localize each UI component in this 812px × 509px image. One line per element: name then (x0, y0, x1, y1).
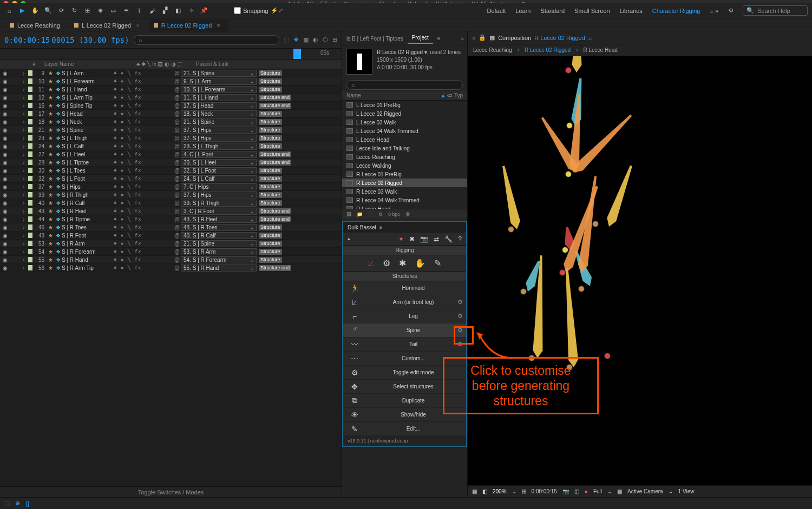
zoom-dropdown[interactable]: 200% (493, 488, 507, 494)
project-search[interactable]: ⌕ (346, 80, 463, 90)
mask-icon[interactable]: ▦ (472, 488, 477, 494)
timecode[interactable]: 0:00:00:15 00015 (30.00 fps) (4, 36, 129, 44)
layer-row[interactable]: ◉›37★❖S | Hips♣ ✱ ╲ fx@7. C | HipsStruct… (0, 183, 342, 191)
tl-graph-icon[interactable]: ⬡ (323, 36, 328, 43)
tab-lecce-reaching[interactable]: Lecce Reaching (5, 19, 68, 31)
bone[interactable] (604, 163, 637, 228)
puppet-tool-icon[interactable]: 📌 (199, 6, 209, 16)
duik-camera-icon[interactable]: 📷 (420, 235, 428, 243)
duik-misc-icon[interactable]: ✎ (434, 258, 441, 268)
ws-active[interactable]: Character Rigging (652, 8, 700, 14)
snapping-toggle[interactable]: Snapping⚡⤢ (234, 7, 283, 14)
ws-more-icon[interactable]: ≡ » (710, 8, 718, 14)
layer-row[interactable]: ◉›46★❖S | R Toes♣ ✱ ╲ fx@48. S | R ToesS… (0, 223, 342, 232)
layer-row[interactable]: ◉›40★❖S | R Calf♣ ✱ ╲ fx@39. S | R Thigh… (0, 199, 342, 207)
layer-row[interactable]: ◉›30★❖S | L Toes♣ ✱ ╲ fx@32. S | L FootS… (0, 167, 342, 175)
project-item[interactable]: Lecce Walking (342, 161, 467, 170)
duik-rigging-icon[interactable]: ✦ (398, 235, 404, 243)
project-item[interactable]: Lecce Idle and Talking (342, 144, 467, 153)
gear-icon[interactable]: ⚙ (457, 299, 463, 306)
joint[interactable] (578, 286, 585, 292)
panel-tab-controls[interactable]: ls B | Left Foot | Tiptoes (342, 34, 408, 44)
ws-libraries[interactable]: Libraries (620, 8, 643, 14)
status-icon3[interactable]: {} (25, 500, 29, 507)
bone[interactable] (571, 56, 584, 72)
bone[interactable] (497, 164, 522, 230)
view-options-icon[interactable]: ▦ (617, 488, 622, 494)
layer-row[interactable]: ◉›11★❖S | L Hand♣ ✱ ╲ fx@10. S | L Forea… (0, 85, 342, 94)
layer-row[interactable]: ◉›28★❖S | L Tiptoe♣ ✱ ╲ fx@30. S | L Hee… (0, 158, 342, 167)
layer-row[interactable]: ◉›17★❖S | Head♣ ✱ ╲ fx@18. S | NeckStruc… (0, 110, 342, 118)
project-item[interactable]: R Lecce 04 Walk Trimmed (342, 196, 467, 204)
alpha-icon[interactable]: ◧ (482, 488, 487, 494)
status-icon[interactable]: ⬚ (4, 500, 10, 507)
view-count-dropdown[interactable]: 1 View (678, 488, 695, 494)
layer-row[interactable]: ◉›48★❖S | R Foot♣ ✱ ╲ fx@40. S | R CalfS… (0, 232, 342, 240)
project-item[interactable]: R Lecce 02 Rigged (342, 179, 467, 187)
joint[interactable] (566, 122, 573, 129)
zoom-tool-icon[interactable]: 🔍 (43, 6, 53, 16)
bc-item-active[interactable]: R Lecce 02 Rigged (525, 47, 571, 53)
layer-row[interactable]: ◉›18★❖S | Neck♣ ✱ ╲ fx@21. S | SpineStru… (0, 118, 342, 126)
joint[interactable] (565, 67, 572, 74)
ws-reset-icon[interactable]: ⟲ (728, 7, 733, 14)
rotate-tool-icon[interactable]: ↻ (69, 6, 79, 16)
project-settings-icon[interactable]: ⚙ (378, 211, 383, 217)
joint[interactable] (520, 288, 527, 295)
duik-item-leg[interactable]: ⌐Leg⚙ (343, 309, 466, 323)
region-icon[interactable]: ◫ (574, 488, 579, 494)
layer-row[interactable]: ◉›27★❖S | L Heel♣ ✱ ╲ fx@4. C | L FootSt… (0, 150, 342, 158)
duik-help-icon[interactable]: ? (458, 235, 462, 243)
tab-r-lecce-02[interactable]: R Lecce 02 Rigged ≡ (149, 19, 228, 31)
project-item[interactable]: L Lecce Head (342, 135, 467, 144)
layer-row[interactable]: ◉›32★❖S | L Foot♣ ✱ ╲ fx@24. S | L CalfS… (0, 175, 342, 183)
layer-row[interactable]: ◉›23★❖S | L Thigh♣ ✱ ╲ fx@37. S | HipsSt… (0, 134, 342, 142)
bone[interactable] (561, 267, 580, 368)
duik-item-edit-[interactable]: ✎Edit... (343, 422, 466, 436)
duik-tools-icon[interactable]: ⇄ (434, 235, 439, 243)
duik-item-arm-or-front-leg-[interactable]: ⟀Arm (or front leg)⚙ (343, 295, 466, 309)
duik-settings-icon[interactable]: 🔧 (444, 235, 453, 243)
tab-l-lecce-02[interactable]: L Lecce 02 Rigged × (70, 19, 147, 31)
lock-icon[interactable]: 🔒 (479, 34, 486, 41)
project-item[interactable]: R Lecce Head (342, 204, 467, 209)
joint[interactable] (565, 171, 572, 177)
duik-note-icon[interactable]: ▪ (348, 235, 350, 243)
clone-tool-icon[interactable]: ▞ (160, 6, 170, 16)
joint[interactable] (592, 221, 599, 227)
duik-item-spine[interactable]: 𝄢Spine⚙ (343, 323, 466, 338)
snapshot-icon[interactable]: 📷 (562, 488, 569, 494)
comp-name-label[interactable]: R Lecce 02 Rigged (534, 35, 585, 41)
layer-row[interactable]: ◉›9★❖S | L Arm♣ ✱ ╲ fx@21. S | SpineStru… (0, 69, 342, 77)
ws-default[interactable]: Default (487, 8, 506, 14)
text-tool-icon[interactable]: T (134, 6, 144, 16)
panel-chevron-icon[interactable]: » (456, 34, 467, 44)
time-ruler[interactable]: 05s (0, 49, 342, 60)
rect-tool-icon[interactable]: ▭ (108, 6, 118, 16)
bpc-label[interactable]: 8 bpc (388, 211, 400, 217)
status-icon2[interactable]: ⊕ (15, 500, 20, 507)
duik-animation-icon[interactable]: ✖ (409, 235, 415, 243)
brush-tool-icon[interactable]: 🖌 (147, 6, 157, 16)
layer-row[interactable]: ◉›39★❖S | R Thigh♣ ✱ ╲ fx@37. S | HipsSt… (0, 191, 342, 199)
duik-controllers-icon[interactable]: ✋ (415, 258, 425, 268)
joint[interactable] (562, 247, 568, 253)
project-item[interactable]: R Lecce 03 Walk (342, 187, 467, 196)
new-folder-icon[interactable]: 📁 (357, 211, 363, 217)
joint[interactable] (508, 226, 514, 233)
layer-row[interactable]: ◉›12★❖S | L Arm Tip♣ ✱ ╲ fx@11. S | L Ha… (0, 94, 342, 102)
resolution-dropdown[interactable]: Full (593, 488, 602, 494)
layer-row[interactable]: ◉›21★❖S | Spine♣ ✱ ╲ fx@37. S | HipsStru… (0, 126, 342, 134)
duik-constraints-icon[interactable]: ⚙ (383, 258, 390, 268)
project-item[interactable]: L Lecce 02 Rigged (342, 109, 467, 118)
home-icon[interactable]: ⌂ (4, 6, 14, 16)
timeline-search[interactable]: ⌕ (134, 35, 279, 45)
tl-frame-blend-icon[interactable]: ▦ (303, 36, 309, 43)
panel-tab-menu-icon[interactable]: ≡ (433, 34, 445, 44)
layer-row[interactable]: ◉›53★❖S | R Arm♣ ✱ ╲ fx@21. S | SpineStr… (0, 240, 342, 248)
ws-standard[interactable]: Standard (540, 8, 565, 14)
time-display[interactable]: 0:00:00:15 (532, 488, 557, 494)
roto-tool-icon[interactable]: ✧ (186, 6, 196, 16)
camera-dropdown[interactable]: Active Camera (627, 488, 663, 494)
interpret-icon[interactable]: 🖾 (346, 211, 351, 217)
